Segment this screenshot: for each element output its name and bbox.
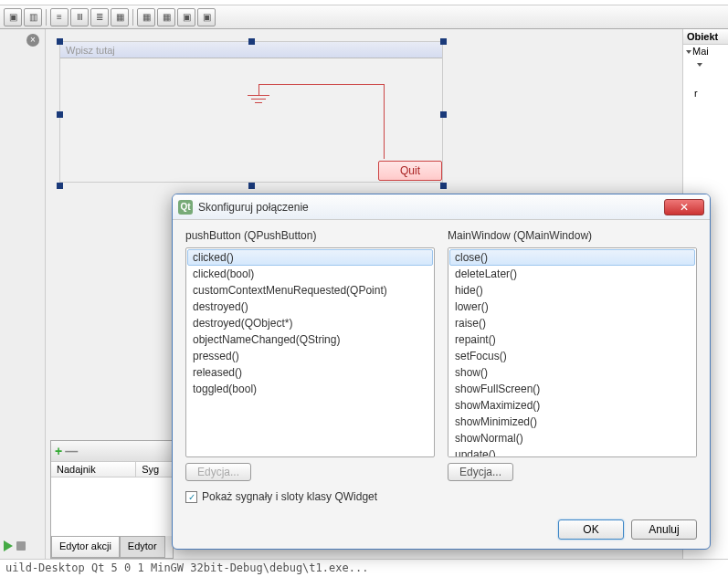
slot-item[interactable]: show(): [449, 364, 695, 381]
signal-slot-editor: + — Nadajnik Syg Edytor akcji Edytor: [50, 440, 174, 559]
signal-line: [384, 84, 385, 159]
resize-handle[interactable]: [57, 183, 63, 189]
signal-item[interactable]: clicked(bool): [187, 266, 433, 282]
toolbar-icon[interactable]: ▣: [4, 8, 22, 26]
expand-icon[interactable]: [686, 50, 691, 54]
close-button[interactable]: ✕: [664, 199, 704, 215]
resize-handle[interactable]: [440, 111, 447, 118]
table-header: Nadajnik Syg: [51, 461, 173, 477]
toolbar-icon[interactable]: Ⅲ: [70, 8, 89, 26]
add-icon[interactable]: +: [55, 444, 62, 458]
tree-item[interactable]: r: [683, 87, 728, 100]
signal-item[interactable]: pressed(): [187, 348, 433, 364]
form-widget[interactable]: Wpisz tutaj Quit: [59, 41, 443, 183]
signals-label: pushButton (QPushButton): [185, 229, 435, 242]
slot-item[interactable]: lower(): [449, 299, 695, 315]
toolbar-icon[interactable]: ▥: [24, 8, 42, 26]
resize-handle[interactable]: [57, 111, 63, 118]
signal-item[interactable]: objectNameChanged(QString): [187, 331, 433, 348]
app-icon: Qt: [178, 200, 193, 215]
slots-label: MainWindow (QMainWindow): [448, 229, 697, 242]
resize-handle[interactable]: [440, 38, 447, 45]
slot-item[interactable]: deleteLater(): [449, 266, 695, 282]
left-sidebar: ×: [0, 29, 46, 559]
tab-editor[interactable]: Edytor: [120, 536, 165, 558]
play-icon[interactable]: [4, 540, 13, 551]
slot-item[interactable]: repaint(): [449, 331, 695, 348]
signal-item[interactable]: destroyed(): [187, 299, 433, 315]
slots-column: MainWindow (QMainWindow) close()deleteLa…: [448, 229, 697, 481]
slot-item[interactable]: showFullScreen(): [449, 381, 695, 397]
configure-connection-dialog: Qt Skonfiguruj połączenie ✕ pushButton (…: [172, 194, 711, 550]
checkbox-label: Pokaż sygnały i sloty klasy QWidget: [202, 490, 377, 503]
slot-item[interactable]: close(): [449, 249, 695, 266]
expand-icon[interactable]: [697, 63, 702, 67]
cancel-button[interactable]: Anuluj: [631, 519, 697, 540]
toolbar-icon[interactable]: ▦: [157, 8, 175, 26]
signal-item[interactable]: destroyed(QObject*): [187, 315, 433, 331]
titlebar[interactable]: Qt Skonfiguruj połączenie ✕: [173, 194, 710, 220]
resize-handle[interactable]: [248, 183, 255, 189]
slot-item[interactable]: showMaximized(): [449, 397, 695, 414]
run-controls: [0, 533, 50, 559]
tree-item[interactable]: Mai: [683, 45, 728, 58]
slot-item[interactable]: setFocus(): [449, 348, 695, 364]
toolbar-icon[interactable]: ▣: [177, 8, 195, 26]
status-bar: uild-Desktop Qt 5 0 1 MinGW 32bit-Debug\…: [0, 559, 728, 577]
dialog-buttons: OK Anuluj: [558, 519, 697, 540]
signal-item[interactable]: toggled(bool): [187, 381, 433, 397]
resize-handle[interactable]: [248, 38, 255, 45]
toolbar-icon[interactable]: ≡: [50, 8, 69, 26]
separator: [46, 9, 47, 26]
slot-item[interactable]: hide(): [449, 282, 695, 299]
slot-item[interactable]: showMinimized(): [449, 414, 695, 430]
quit-button[interactable]: Quit: [378, 161, 442, 181]
signal-item[interactable]: clicked(): [187, 249, 433, 266]
toolbar-icon[interactable]: ▦: [137, 8, 155, 26]
panel-header: Obiekt: [683, 29, 728, 45]
tree-item[interactable]: [683, 58, 728, 70]
signal-item[interactable]: released(): [187, 364, 433, 381]
resize-handle[interactable]: [440, 183, 447, 189]
toolbar-icon[interactable]: ≣: [90, 8, 109, 26]
close-panel-icon[interactable]: ×: [26, 34, 39, 47]
edit-slots-button[interactable]: Edycja...: [448, 463, 513, 481]
col-signal[interactable]: Syg: [136, 462, 173, 477]
signal-line: [258, 84, 385, 85]
signal-item[interactable]: customContextMenuRequested(QPoint): [187, 282, 433, 299]
col-sender[interactable]: Nadajnik: [51, 462, 136, 477]
dialog-body: pushButton (QPushButton) clicked()clicke…: [173, 220, 710, 512]
remove-icon[interactable]: —: [65, 444, 78, 458]
editor-toolbar: + —: [51, 441, 173, 461]
show-inherited-row[interactable]: ✓ Pokaż sygnały i sloty klasy QWidget: [185, 490, 697, 503]
slot-item[interactable]: raise(): [449, 315, 695, 331]
stop-icon[interactable]: [16, 541, 26, 551]
signals-listbox[interactable]: clicked()clicked(bool)customContextMenuR…: [185, 247, 435, 457]
signals-column: pushButton (QPushButton) clicked()clicke…: [185, 229, 435, 481]
checkbox[interactable]: ✓: [185, 491, 197, 503]
slots-listbox[interactable]: close()deleteLater()hide()lower()raise()…: [448, 247, 697, 457]
slot-item[interactable]: showNormal(): [449, 430, 695, 446]
dialog-title: Skonfiguruj połączenie: [198, 201, 664, 214]
ok-button[interactable]: OK: [558, 519, 624, 540]
tab-action-editor[interactable]: Edytor akcji: [51, 536, 120, 558]
slot-item[interactable]: update(): [449, 446, 695, 457]
main-toolbar: ▣ ▥ ≡ Ⅲ ≣ ▦ ▦ ▦ ▣ ▣: [0, 5, 728, 29]
form-canvas[interactable]: Wpisz tutaj Quit: [50, 37, 452, 196]
separator: [132, 9, 133, 26]
toolbar-icon[interactable]: ▦: [111, 8, 129, 26]
resize-handle[interactable]: [57, 38, 63, 45]
editor-tabs: Edytor akcji Edytor: [51, 536, 173, 558]
edit-signals-button[interactable]: Edycja...: [185, 463, 251, 481]
toolbar-icon[interactable]: ▣: [197, 8, 216, 26]
